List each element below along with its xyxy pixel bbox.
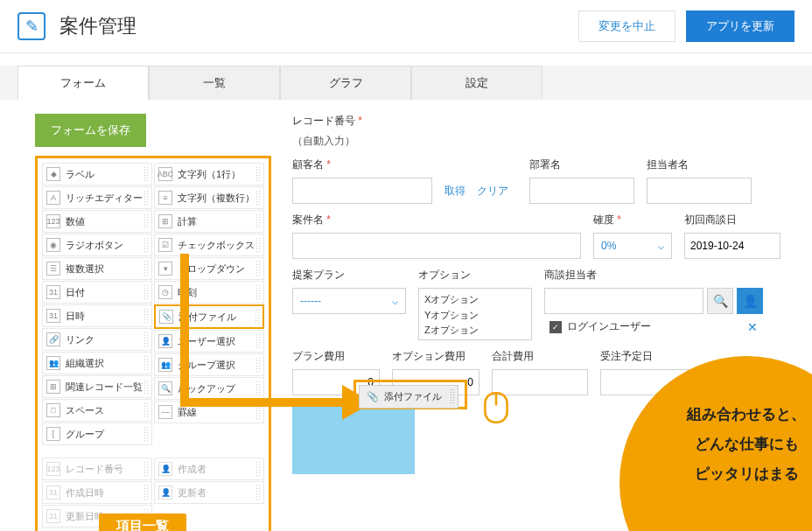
grip-icon	[144, 402, 149, 418]
field-type-icon: 123	[46, 214, 60, 228]
palette-item-label: 組織選択	[66, 357, 104, 370]
palette-item[interactable]: ☰複数選択	[42, 257, 152, 280]
palette-item[interactable]: ⊞計算	[154, 210, 264, 233]
tab-list[interactable]: 一覧	[149, 66, 280, 100]
field-type-icon: ⊞	[46, 380, 60, 394]
palette-item[interactable]: 🔍ルックアップ	[154, 377, 264, 400]
grip-icon	[450, 388, 455, 405]
grip-icon	[144, 166, 149, 182]
dragged-field[interactable]: 📎 添付ファイル	[359, 385, 458, 409]
field-type-icon: 📎	[159, 310, 173, 324]
chevron-down-icon: ⌵	[658, 240, 664, 252]
tab-form[interactable]: フォーム	[18, 66, 149, 100]
field-type-icon: —	[158, 405, 172, 419]
tab-graph[interactable]: グラフ	[280, 66, 411, 100]
dept-input[interactable]	[529, 178, 634, 204]
case-name-input[interactable]	[292, 233, 581, 259]
field-type-icon: 👥	[46, 356, 60, 370]
first-date-input[interactable]	[684, 233, 780, 259]
plan-select[interactable]: ------⌵	[292, 288, 406, 314]
option-listbox[interactable]: Xオプション Yオプション Zオプション	[418, 288, 532, 340]
option-item[interactable]: Xオプション	[424, 292, 526, 308]
contact-input[interactable]	[647, 178, 752, 204]
record-no-label: レコード番号 *	[292, 114, 362, 129]
palette-item[interactable]: 📎添付ファイル	[154, 304, 264, 329]
palette-item[interactable]: ◷時刻	[154, 281, 264, 304]
user-button[interactable]: 👤	[737, 288, 763, 314]
field-type-icon: 👤	[158, 462, 172, 476]
page-title: 案件管理	[60, 13, 578, 39]
palette-item[interactable]: 123レコード番号	[42, 458, 152, 480]
palette-item[interactable]: 👥グループ選択	[154, 353, 264, 376]
palette-item[interactable]: 123数値	[42, 210, 152, 233]
palette-item-label: リンク	[66, 333, 94, 346]
palette-item[interactable]: ⊞関連レコード一覧	[42, 375, 152, 398]
grip-icon	[144, 284, 149, 300]
tab-settings[interactable]: 設定	[411, 66, 542, 100]
palette-item[interactable]: 👤作成者	[154, 458, 264, 480]
palette-item-label: 時刻	[178, 286, 197, 299]
update-button[interactable]: アプリを更新	[686, 10, 794, 42]
grip-icon	[256, 357, 261, 373]
customer-input[interactable]	[292, 178, 432, 204]
palette-item[interactable]: 👥組織選択	[42, 352, 152, 374]
negotiator-label: 商談担当者	[544, 268, 763, 283]
grip-icon	[256, 461, 261, 477]
search-button[interactable]: 🔍	[707, 288, 733, 314]
palette-item[interactable]: Aリッチエディター	[42, 186, 152, 209]
clear-link[interactable]: クリア	[477, 185, 508, 197]
palette-item[interactable]: [グループ	[42, 423, 152, 445]
case-name-label: 案件名 *	[292, 213, 581, 227]
palette-item[interactable]: ☑チェックボックス	[154, 234, 264, 256]
total-cost-label: 合計費用	[492, 349, 588, 364]
palette-item[interactable]: —罫線	[154, 401, 264, 423]
palette-item-label: ルックアップ	[178, 382, 235, 395]
chevron-down-icon: ⌵	[392, 295, 398, 307]
attachment-icon: 📎	[367, 391, 379, 403]
grip-icon	[144, 426, 149, 442]
palette-item-label: 関連レコード一覧	[66, 381, 143, 394]
palette-item-label: 作成者	[178, 463, 206, 476]
save-form-button[interactable]: フォームを保存	[35, 114, 146, 147]
field-type-icon: ☑	[158, 238, 172, 252]
palette-item[interactable]: 31日時	[42, 304, 152, 327]
palette-item[interactable]: 31作成日時	[42, 481, 152, 504]
palette-item[interactable]: 31日付	[42, 281, 152, 304]
palette-item[interactable]: ABC文字列（1行）	[154, 163, 264, 185]
palette-item-label: スペース	[66, 404, 104, 417]
field-type-icon: ◆	[46, 167, 60, 181]
palette-item-label: 作成日時	[66, 486, 104, 500]
field-type-icon: [	[46, 427, 60, 441]
palette-item[interactable]: □スペース	[42, 399, 152, 422]
negotiator-input[interactable]	[544, 288, 704, 314]
palette-item[interactable]: 🔗リンク	[42, 328, 152, 351]
grip-icon	[144, 190, 149, 206]
get-link[interactable]: 取得	[444, 185, 466, 197]
customer-label: 顧客名 *	[292, 157, 432, 172]
clear-user-button[interactable]: ✕	[747, 320, 758, 334]
login-user-label: ログインユーザー	[567, 319, 651, 334]
palette-item[interactable]: ≡文字列（複数行）	[154, 186, 264, 209]
field-type-icon: 🔍	[158, 381, 172, 395]
option-item[interactable]: Zオプション	[424, 323, 526, 339]
field-type-icon: ≡	[158, 191, 172, 205]
dept-label: 部署名	[529, 157, 634, 172]
palette-item-label: グループ選択	[178, 359, 235, 372]
palette-item[interactable]: 👤ユーザー選択	[154, 330, 264, 353]
grip-icon	[256, 284, 261, 300]
grip-icon	[256, 166, 261, 182]
palette-item[interactable]: ▾ドロップダウン	[154, 257, 264, 280]
grip-icon	[144, 213, 149, 229]
plan-label: 提案プラン	[292, 268, 406, 283]
cancel-button[interactable]: 変更を中止	[578, 10, 676, 42]
palette-item-label: ラジオボタン	[66, 239, 123, 252]
field-type-icon: 31	[46, 509, 60, 523]
prob-select[interactable]: 0%⌵	[593, 233, 672, 259]
contact-label: 担当者名	[647, 157, 752, 172]
drop-zone[interactable]	[292, 404, 415, 474]
palette-item[interactable]: ◉ラジオボタン	[42, 234, 152, 256]
palette-item[interactable]: 👤更新者	[154, 481, 264, 504]
field-type-icon: □	[46, 403, 60, 417]
palette-item[interactable]: ◆ラベル	[42, 163, 152, 185]
option-item[interactable]: Yオプション	[424, 308, 526, 324]
